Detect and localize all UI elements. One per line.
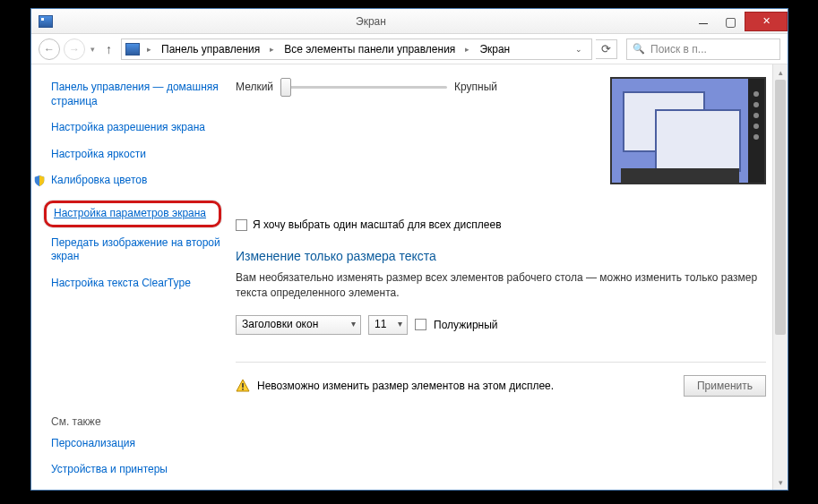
section-title: Изменение только размера текста	[236, 249, 766, 263]
see-also-heading: См. также	[51, 415, 221, 428]
sidebar-link-display-settings[interactable]: Настройка параметров экрана	[44, 201, 221, 227]
monitor-icon	[39, 15, 53, 28]
sidebar-link-resolution[interactable]: Настройка разрешения экрана	[51, 121, 221, 135]
sidebar-link-project[interactable]: Передать изображение на второй экран	[51, 236, 221, 264]
element-select[interactable]: Заголовки окон	[236, 315, 361, 335]
search-input[interactable]: Поиск в п...	[626, 38, 780, 60]
bold-checkbox[interactable]	[415, 319, 426, 330]
scroll-thumb[interactable]	[775, 80, 786, 335]
scroll-down-button[interactable]: ▾	[773, 474, 788, 490]
section-body: Вам необязательно изменять размер всех э…	[236, 270, 766, 301]
history-dropdown[interactable]: ▾	[89, 45, 97, 54]
footer-row: Невозможно изменить размер элементов на …	[236, 362, 766, 397]
sidebar-link-personalization[interactable]: Персонализация	[51, 437, 221, 451]
sidebar: Панель управления — домашняя страница На…	[31, 64, 232, 490]
chevron-right-icon[interactable]: ▸	[266, 45, 278, 54]
sidebar-home-link[interactable]: Панель управления — домашняя страница	[51, 81, 221, 108]
window-controls	[689, 12, 788, 31]
refresh-button[interactable]: ⟳	[596, 39, 617, 59]
scrollbar[interactable]: ▴ ▾	[772, 64, 788, 490]
window-title: Экран	[53, 15, 689, 28]
apply-button[interactable]: Применить	[684, 375, 766, 397]
warning-row: Невозможно изменить размер элементов на …	[236, 379, 554, 393]
warning-text: Невозможно изменить размер элементов на …	[257, 380, 554, 392]
shield-icon	[33, 175, 46, 187]
back-button[interactable]: ←	[39, 38, 60, 60]
text-size-controls: Заголовки окон 11 Полужирный	[236, 315, 766, 335]
close-button[interactable]	[745, 12, 788, 31]
checkbox-label: Я хочу выбрать один масштаб для всех дис…	[253, 218, 502, 231]
warning-icon	[236, 379, 250, 393]
breadcrumb-item[interactable]: Панель управления	[159, 41, 263, 57]
forward-button[interactable]: →	[64, 38, 85, 60]
maximize-button[interactable]	[717, 12, 745, 31]
search-placeholder: Поиск в п...	[650, 43, 707, 56]
titlebar: Экран	[31, 9, 788, 34]
up-button[interactable]: ↑	[100, 42, 117, 56]
chevron-right-icon[interactable]: ▸	[143, 45, 155, 54]
svg-rect-0	[242, 383, 244, 388]
body: Панель управления — домашняя страница На…	[31, 64, 788, 490]
address-bar[interactable]: ▸ Панель управления ▸ Все элементы панел…	[121, 38, 592, 60]
address-dropdown[interactable]: ⌄	[570, 43, 588, 56]
navigation-bar: ← → ▾ ↑ ▸ Панель управления ▸ Все элемен…	[31, 34, 788, 64]
select-value: Заголовки окон	[242, 318, 318, 330]
window: Экран ← → ▾ ↑ ▸ Панель управления ▸ Все …	[30, 8, 788, 491]
single-scale-checkbox[interactable]	[236, 219, 247, 231]
breadcrumb-item[interactable]: Экран	[477, 41, 512, 57]
slider-thumb[interactable]	[280, 78, 291, 97]
svg-rect-1	[242, 389, 244, 390]
chevron-right-icon[interactable]: ▸	[461, 45, 473, 54]
scroll-up-button[interactable]: ▴	[773, 64, 788, 80]
content-area: Мелкий Крупный Я хочу выбрать один масшт…	[232, 64, 788, 490]
size-select[interactable]: 11	[368, 315, 408, 335]
display-preview	[610, 77, 766, 184]
monitor-icon	[125, 43, 140, 56]
minimize-button[interactable]	[689, 12, 717, 31]
sidebar-link-label: Калибровка цветов	[51, 174, 147, 186]
breadcrumb-item[interactable]: Все элементы панели управления	[281, 41, 458, 57]
sidebar-link-cleartype[interactable]: Настройка текста ClearType	[51, 277, 221, 291]
sidebar-link-label: Настройка параметров экрана	[54, 207, 206, 219]
sidebar-link-devices-printers[interactable]: Устройства и принтеры	[51, 463, 221, 477]
slider-min-label: Мелкий	[236, 81, 273, 93]
select-value: 11	[375, 318, 386, 330]
slider-max-label: Крупный	[454, 81, 497, 93]
scale-slider[interactable]	[280, 86, 447, 89]
single-scale-row: Я хочу выбрать один масштаб для всех дис…	[236, 218, 766, 231]
sidebar-link-brightness[interactable]: Настройка яркости	[51, 148, 221, 162]
bold-label: Полужирный	[434, 319, 498, 331]
sidebar-link-color-calibration[interactable]: Калибровка цветов	[51, 174, 221, 188]
